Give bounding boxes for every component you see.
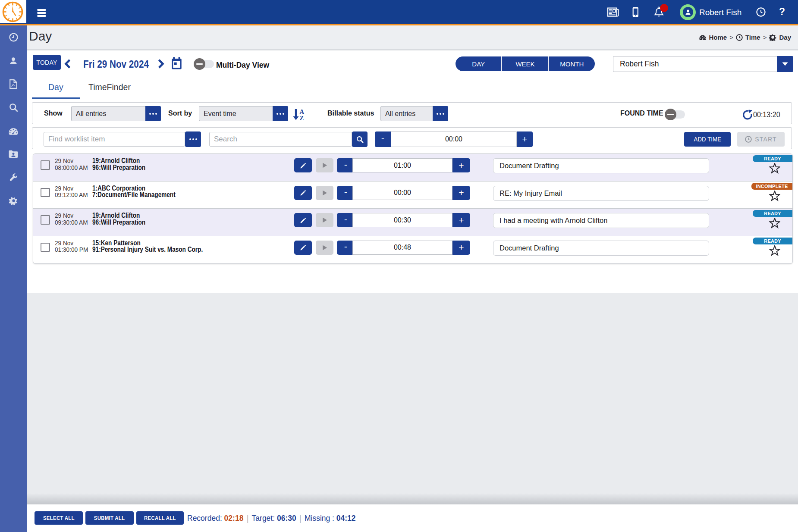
svg-text:Z: Z [300,115,304,121]
svg-text:A: A [300,108,305,115]
